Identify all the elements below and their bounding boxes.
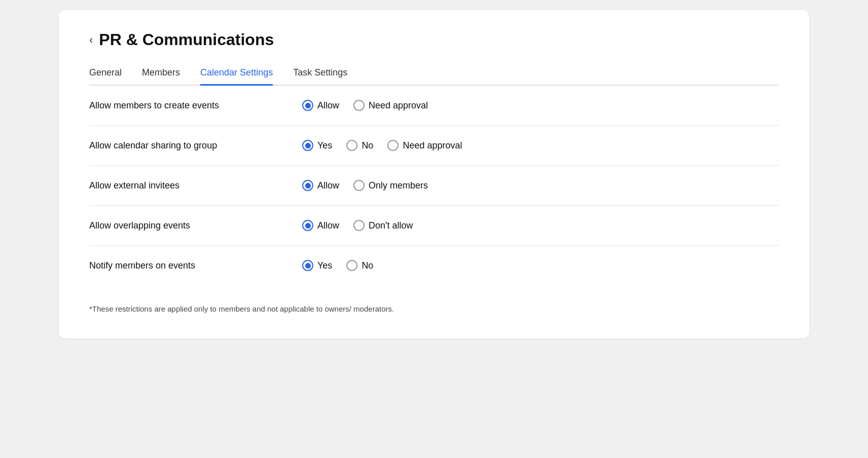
radio-group-notify-members: Yes No <box>302 260 373 271</box>
setting-row-external-invitees: Allow external invitees Allow Only membe… <box>89 166 779 206</box>
setting-label-create-events: Allow members to create events <box>89 100 302 111</box>
radio-circle-notify-members-no <box>346 260 357 271</box>
radio-label-calendar-sharing-no: No <box>361 140 373 151</box>
radio-label-calendar-sharing-need-approval: Need approval <box>403 140 462 151</box>
radio-notify-members-no[interactable]: No <box>346 260 373 271</box>
radio-label-create-events-need-approval: Need approval <box>369 100 428 111</box>
radio-create-events-need-approval[interactable]: Need approval <box>353 100 428 111</box>
radio-circle-overlapping-events-allow <box>302 220 313 231</box>
radio-calendar-sharing-need-approval[interactable]: Need approval <box>387 140 462 151</box>
radio-circle-calendar-sharing-no <box>346 140 357 151</box>
tab-bar: General Members Calendar Settings Task S… <box>89 67 779 86</box>
radio-circle-create-events-need-approval <box>353 100 365 111</box>
radio-label-overlapping-events-dont-allow: Don't allow <box>369 220 413 231</box>
radio-create-events-allow[interactable]: Allow <box>302 100 339 111</box>
radio-notify-members-yes[interactable]: Yes <box>302 260 332 271</box>
radio-label-external-invitees-only-members: Only members <box>369 180 428 191</box>
radio-label-notify-members-no: No <box>361 260 373 271</box>
tab-general[interactable]: General <box>89 67 122 86</box>
radio-label-create-events-allow: Allow <box>317 100 339 111</box>
footnote: *These restrictions are applied only to … <box>89 299 779 313</box>
page-title: PR & Communications <box>99 30 274 49</box>
radio-group-calendar-sharing: Yes No Need approval <box>302 140 462 151</box>
radio-circle-external-invitees-only-members <box>353 180 365 191</box>
radio-label-external-invitees-allow: Allow <box>317 180 339 191</box>
radio-group-overlapping-events: Allow Don't allow <box>302 220 413 231</box>
radio-circle-create-events-allow <box>302 100 313 111</box>
tab-members[interactable]: Members <box>142 67 180 86</box>
settings-section: Allow members to create events Allow Nee… <box>89 86 779 285</box>
back-icon[interactable]: ‹ <box>89 34 93 46</box>
radio-circle-calendar-sharing-yes <box>302 140 313 151</box>
radio-overlapping-events-allow[interactable]: Allow <box>302 220 339 231</box>
radio-group-external-invitees: Allow Only members <box>302 180 428 191</box>
setting-label-overlapping-events: Allow overlapping events <box>89 220 302 231</box>
tab-task-settings[interactable]: Task Settings <box>293 67 347 86</box>
tab-calendar-settings[interactable]: Calendar Settings <box>200 67 273 86</box>
radio-label-notify-members-yes: Yes <box>317 260 332 271</box>
radio-external-invitees-only-members[interactable]: Only members <box>353 180 428 191</box>
radio-circle-calendar-sharing-need-approval <box>387 140 399 151</box>
setting-label-external-invitees: Allow external invitees <box>89 180 302 191</box>
setting-row-notify-members: Notify members on events Yes No <box>89 246 779 285</box>
radio-calendar-sharing-yes[interactable]: Yes <box>302 140 332 151</box>
radio-external-invitees-allow[interactable]: Allow <box>302 180 339 191</box>
setting-row-calendar-sharing: Allow calendar sharing to group Yes No N… <box>89 126 779 166</box>
radio-overlapping-events-dont-allow[interactable]: Don't allow <box>353 220 413 231</box>
settings-card: ‹ PR & Communications General Members Ca… <box>59 10 809 338</box>
page-header: ‹ PR & Communications <box>89 30 779 49</box>
radio-label-calendar-sharing-yes: Yes <box>317 140 332 151</box>
radio-circle-overlapping-events-dont-allow <box>353 220 365 231</box>
setting-row-overlapping-events: Allow overlapping events Allow Don't all… <box>89 206 779 246</box>
radio-group-create-events: Allow Need approval <box>302 100 428 111</box>
radio-circle-notify-members-yes <box>302 260 313 271</box>
setting-label-calendar-sharing: Allow calendar sharing to group <box>89 140 302 151</box>
radio-calendar-sharing-no[interactable]: No <box>346 140 373 151</box>
setting-label-notify-members: Notify members on events <box>89 260 302 271</box>
setting-row-create-events: Allow members to create events Allow Nee… <box>89 86 779 126</box>
radio-label-overlapping-events-allow: Allow <box>317 220 339 231</box>
radio-circle-external-invitees-allow <box>302 180 313 191</box>
